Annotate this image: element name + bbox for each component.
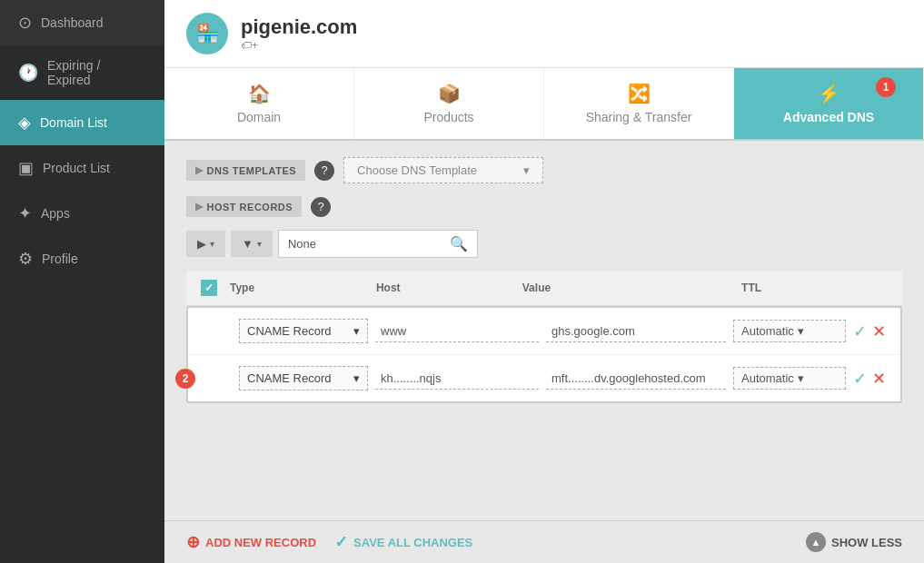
sidebar-item-dashboard[interactable]: ⊙ Dashboard: [0, 0, 164, 45]
filter-caret-icon: ▾: [257, 239, 262, 249]
show-less-icon: ▲: [806, 532, 826, 552]
confirm-icon-1[interactable]: ✓: [853, 321, 867, 341]
tab-sharing[interactable]: 🔀 Sharing & Transfer: [544, 68, 734, 139]
save-check-icon: ✓: [334, 532, 348, 552]
dashboard-icon: ⊙: [18, 13, 32, 33]
th-ttl: TTL: [741, 282, 888, 294]
domain-badge: 🏷+: [241, 39, 357, 52]
ttl-wrap-1: Automatic ▾: [733, 320, 846, 342]
ttl-select-1[interactable]: Automatic ▾: [733, 320, 846, 342]
th-checkbox: ✓: [201, 280, 230, 296]
add-record-label: ADD NEW RECORD: [205, 536, 316, 549]
show-less-button[interactable]: ▲ SHOW LESS: [806, 532, 902, 552]
bottom-bar: ⊕ ADD NEW RECORD ✓ SAVE ALL CHANGES ▲ SH…: [164, 520, 924, 563]
sidebar-item-label: Profile: [42, 252, 78, 266]
products-tab-icon: 📦: [438, 83, 461, 104]
tab-products-label: Products: [423, 110, 473, 124]
sidebar-item-apps[interactable]: ✦ Apps: [0, 191, 164, 236]
dns-templates-help[interactable]: ?: [314, 161, 334, 181]
host-records-help[interactable]: ?: [311, 197, 331, 217]
sidebar: ⊙ Dashboard 🕐 Expiring / Expired ◈ Domai…: [0, 0, 164, 563]
content-area: ▶ DNS TEMPLATES ? Choose DNS Template ▾ …: [164, 141, 924, 520]
sidebar-item-label: Dashboard: [41, 15, 104, 30]
ttl-select-2[interactable]: Automatic ▾: [733, 367, 846, 390]
clock-icon: 🕐: [18, 63, 38, 83]
play-caret-icon: ▾: [210, 239, 214, 249]
sidebar-item-label: Product List: [43, 161, 110, 175]
record-type-select-2[interactable]: CNAME Record ▾: [239, 366, 368, 390]
domain-info: pigenie.com 🏷+: [241, 15, 357, 52]
ttl-caret-icon: ▾: [798, 324, 804, 338]
record-host-input-1[interactable]: [375, 321, 539, 342]
apps-icon: ✦: [18, 203, 32, 223]
main-content: 🏪 pigenie.com 🏷+ 🏠 Domain 📦 Products 🔀 S…: [164, 0, 924, 563]
records-area: CNAME Record ▾ Automatic ▾ ✓ ✕: [186, 306, 902, 403]
table-header: ✓ Type Host Value TTL: [186, 271, 902, 306]
filter-row: ▶ ▾ ▼ ▾ 🔍: [186, 230, 902, 258]
header-checkbox[interactable]: ✓: [201, 280, 217, 296]
dns-tab-icon: ⚡: [818, 83, 840, 104]
th-type: Type: [230, 282, 376, 294]
ttl-caret-icon2: ▾: [798, 371, 804, 385]
record-value-input-1[interactable]: [546, 321, 726, 342]
domain-header: 🏪 pigenie.com 🏷+: [164, 0, 924, 68]
delete-icon-2[interactable]: ✕: [872, 369, 886, 389]
tab-badge: 1: [876, 77, 896, 97]
sidebar-item-product-list[interactable]: ▣ Product List: [0, 145, 164, 191]
save-all-button[interactable]: ✓ SAVE ALL CHANGES: [334, 532, 472, 552]
host-records-bar: ▶ HOST RECORDS ?: [186, 196, 902, 217]
search-icon: 🔍: [450, 235, 468, 252]
show-less-label: SHOW LESS: [831, 536, 902, 549]
ttl-label-1: Automatic: [741, 324, 794, 338]
table-row: 2 CNAME Record ▾ Automatic ▾ ✓ ✕: [188, 355, 900, 401]
ttl-label-2: Automatic: [741, 371, 794, 385]
confirm-icon-2[interactable]: ✓: [853, 369, 867, 389]
filter-icon: ▼: [242, 237, 253, 251]
delete-icon-1[interactable]: ✕: [872, 321, 886, 341]
type-caret-icon2: ▾: [353, 371, 360, 385]
domain-tab-icon: 🏠: [248, 83, 271, 104]
th-host: Host: [376, 282, 522, 294]
domain-icon: ◈: [18, 113, 31, 133]
sidebar-item-label: Domain List: [40, 115, 107, 130]
arrow-icon: ▶: [195, 164, 204, 176]
record-type-label-1: CNAME Record: [247, 324, 331, 338]
dns-templates-label: ▶ DNS TEMPLATES: [186, 160, 305, 181]
host-records-text: HOST RECORDS: [207, 202, 293, 212]
action-icons-1: ✓ ✕: [853, 321, 886, 341]
domain-logo: 🏪: [186, 13, 228, 54]
record-host-input-2[interactable]: [375, 368, 539, 390]
tab-advanced-dns-label: Advanced DNS: [783, 110, 874, 124]
sidebar-item-profile[interactable]: ⚙ Profile: [0, 236, 164, 282]
filter-button[interactable]: ▼ ▾: [231, 231, 273, 257]
record-type-select-1[interactable]: CNAME Record ▾: [239, 319, 368, 343]
search-input[interactable]: [288, 237, 450, 251]
host-records-label: ▶ HOST RECORDS: [186, 196, 302, 217]
tab-domain-label: Domain: [237, 110, 281, 124]
dns-templates-bar: ▶ DNS TEMPLATES ? Choose DNS Template ▾: [186, 157, 902, 183]
ttl-wrap-2: Automatic ▾: [733, 367, 846, 390]
tab-domain[interactable]: 🏠 Domain: [164, 68, 354, 139]
arrow-icon2: ▶: [195, 201, 204, 212]
plus-icon: ⊕: [186, 532, 200, 552]
tab-advanced-dns[interactable]: ⚡ Advanced DNS 1: [734, 68, 924, 139]
action-icons-2: ✓ ✕: [853, 369, 886, 389]
table-row: CNAME Record ▾ Automatic ▾ ✓ ✕: [188, 308, 900, 355]
tab-sharing-label: Sharing & Transfer: [586, 110, 692, 124]
step-badge-2: 2: [175, 369, 195, 389]
search-wrap: 🔍: [278, 230, 478, 258]
play-icon: ▶: [197, 237, 206, 251]
dns-template-placeholder: Choose DNS Template: [357, 163, 477, 177]
add-record-button[interactable]: ⊕ ADD NEW RECORD: [186, 532, 316, 552]
tab-products[interactable]: 📦 Products: [354, 68, 544, 139]
play-button[interactable]: ▶ ▾: [186, 231, 225, 257]
sharing-tab-icon: 🔀: [628, 83, 651, 104]
sidebar-item-domain-list[interactable]: ◈ Domain List: [0, 100, 164, 145]
sidebar-item-label: Apps: [41, 206, 70, 221]
sidebar-item-expiring[interactable]: 🕐 Expiring / Expired: [0, 45, 164, 100]
sidebar-item-label: Expiring / Expired: [47, 58, 146, 87]
product-icon: ▣: [18, 158, 34, 178]
record-value-input-2[interactable]: [546, 368, 726, 390]
dns-template-select[interactable]: Choose DNS Template ▾: [343, 157, 543, 183]
chevron-down-icon: ▾: [523, 163, 530, 177]
